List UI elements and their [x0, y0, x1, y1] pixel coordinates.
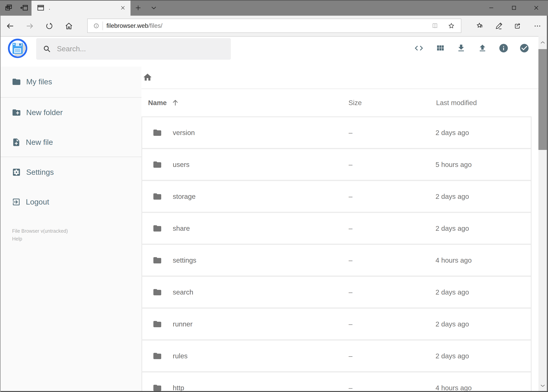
file-size: – — [349, 129, 352, 137]
set-tabs-aside-button[interactable] — [17, 0, 31, 16]
file-row-storage[interactable]: storage – 2 days ago — [142, 180, 531, 212]
folder-icon — [153, 192, 162, 201]
sidebar: My files New folder New file Settings Lo… — [0, 67, 141, 392]
folder-icon — [12, 77, 21, 86]
file-modified: 2 days ago — [436, 320, 469, 328]
column-header-modified[interactable]: Last modified — [436, 99, 477, 107]
file-row-search[interactable]: search – 2 days ago — [142, 276, 531, 308]
folder-icon — [153, 319, 162, 329]
file-modified: 2 days ago — [436, 224, 469, 232]
sidebar-item-logout[interactable]: Logout — [0, 192, 141, 212]
sidebar-item-label: Logout — [26, 198, 49, 206]
maximize-icon — [511, 5, 517, 11]
window-maximize-button[interactable] — [504, 0, 524, 16]
filebrowser-logo[interactable] — [8, 39, 28, 58]
download-button[interactable] — [453, 37, 469, 59]
upload-button[interactable] — [475, 37, 490, 59]
grid-icon — [436, 43, 445, 53]
code-icon — [414, 43, 424, 53]
forward-button[interactable] — [22, 16, 37, 36]
file-name: storage — [173, 193, 196, 200]
scrollbar-up-button[interactable] — [538, 36, 547, 49]
scrollbar-down-button[interactable] — [538, 379, 547, 392]
page-scrollbar[interactable] — [538, 36, 547, 392]
file-row-users[interactable]: users – 5 hours ago — [142, 148, 531, 180]
web-note-button[interactable] — [492, 16, 506, 36]
sidebar-item-label: My files — [26, 77, 52, 86]
favorites-hub-button[interactable] — [473, 16, 487, 36]
minimize-icon — [488, 5, 494, 11]
file-modified: 2 days ago — [436, 288, 469, 296]
tab-preview-button[interactable] — [1, 0, 16, 16]
info-button[interactable] — [496, 37, 511, 59]
file-size: – — [349, 384, 352, 392]
set-tabs-aside-icon — [20, 4, 28, 12]
file-list: version – 2 days ago users – 5 hours ago… — [141, 116, 532, 392]
file-name: http — [173, 384, 184, 392]
upload-icon — [478, 43, 487, 53]
reading-view-icon[interactable] — [431, 22, 439, 29]
sidebar-item-settings[interactable]: Settings — [0, 162, 141, 182]
download-icon — [457, 43, 466, 53]
file-row-share[interactable]: share – 2 days ago — [142, 212, 531, 244]
folder-icon — [153, 383, 162, 392]
new-file-icon — [12, 138, 21, 147]
breadcrumb-home-icon[interactable] — [143, 72, 153, 82]
search-icon — [43, 45, 51, 53]
browser-home-button[interactable] — [62, 16, 76, 36]
file-row-version[interactable]: version – 2 days ago — [142, 117, 531, 148]
column-header-size[interactable]: Size — [348, 99, 362, 107]
raw-view-button[interactable] — [411, 37, 427, 59]
close-icon — [533, 5, 540, 11]
pen-icon — [495, 22, 503, 30]
sidebar-item-new-folder[interactable]: New folder — [0, 103, 141, 122]
favorite-star-icon[interactable] — [448, 22, 455, 29]
file-row-http[interactable]: http – 4 hours ago — [142, 371, 531, 392]
search-bar[interactable] — [36, 38, 231, 60]
view-mode-button[interactable] — [433, 37, 448, 59]
sidebar-divider — [0, 157, 141, 157]
browser-tab[interactable]: . — [32, 0, 131, 16]
file-name: rules — [173, 352, 188, 360]
address-bar-divider — [103, 21, 103, 30]
tab-close-icon[interactable] — [120, 5, 126, 11]
column-header-name[interactable]: Name — [148, 99, 167, 107]
back-arrow-icon — [6, 21, 15, 30]
chevron-down-icon — [540, 383, 546, 388]
search-input[interactable] — [56, 45, 210, 53]
window-close-button[interactable] — [527, 0, 546, 16]
browser-menu-button[interactable] — [530, 16, 544, 36]
tab-list-button[interactable] — [147, 0, 160, 16]
file-row-rules[interactable]: rules – 2 days ago — [142, 339, 531, 371]
breadcrumb — [141, 67, 538, 89]
app-header — [0, 37, 548, 67]
sidebar-divider — [0, 97, 141, 98]
url-text[interactable]: filebrowser.web/files/ — [106, 22, 162, 29]
settings-icon — [12, 168, 21, 177]
sidebar-item-new-file[interactable]: New file — [0, 133, 141, 152]
site-info-icon[interactable] — [93, 23, 99, 29]
file-modified: 2 days ago — [436, 352, 469, 360]
share-button[interactable] — [510, 16, 525, 36]
refresh-button[interactable] — [42, 16, 57, 36]
help-link[interactable]: Help — [12, 235, 68, 243]
address-bar[interactable]: filebrowser.web/files/ — [87, 19, 461, 33]
file-modified: 2 days ago — [436, 129, 469, 137]
folder-icon — [153, 287, 162, 297]
window-border-left — [0, 16, 0, 392]
window-minimize-button[interactable] — [481, 0, 501, 16]
tab-title: . — [49, 5, 50, 11]
file-modified: 2 days ago — [436, 193, 469, 200]
new-tab-button[interactable] — [132, 0, 145, 16]
file-row-settings[interactable]: settings – 4 hours ago — [142, 244, 531, 276]
scrollbar-thumb[interactable] — [538, 49, 547, 150]
version-text: File Browser v(untracked) — [12, 227, 68, 235]
browser-toolbar: filebrowser.web/files/ — [0, 16, 548, 37]
url-host: filebrowser.web — [106, 22, 148, 29]
sidebar-item-my-files[interactable]: My files — [0, 72, 141, 91]
file-size: – — [349, 320, 352, 328]
select-multiple-button[interactable] — [517, 37, 532, 59]
back-button[interactable] — [3, 16, 18, 36]
file-row-runner[interactable]: runner – 2 days ago — [142, 308, 531, 339]
sort-ascending-icon[interactable] — [171, 99, 179, 107]
